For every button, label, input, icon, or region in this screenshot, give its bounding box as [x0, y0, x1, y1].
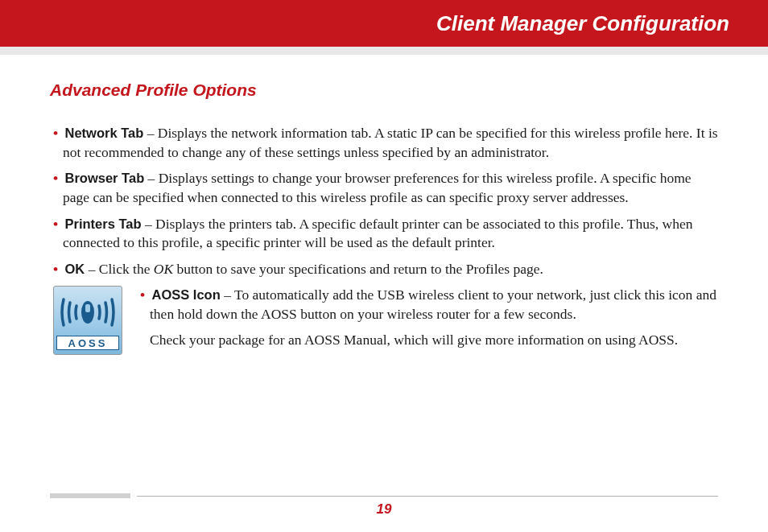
bullet-text: – Displays the network information tab. … [63, 125, 718, 160]
aoss-signal-graphic [57, 291, 118, 334]
aoss-text-block: • AOSS Icon – To automatically add the U… [137, 286, 718, 355]
bullet-label: OK [65, 262, 85, 276]
footer-thin-rule [137, 496, 718, 497]
bullet-text: – Displays the printers tab. A specific … [63, 216, 693, 251]
aoss-followup-text: Check your package for an AOSS Manual, w… [137, 331, 718, 350]
footer-rule [50, 493, 718, 498]
bullet-browser-tab: • Browser Tab – Displays settings to cha… [50, 169, 718, 207]
bullet-text: – Displays settings to change your brows… [63, 170, 692, 205]
bullet-label: Network Tab [65, 126, 144, 140]
header-bar: Client Manager Configuration [0, 0, 768, 47]
content-area: Advanced Profile Options • Network Tab –… [0, 55, 768, 355]
bullet-label: AOSS Icon [152, 287, 221, 302]
page-number: 19 [0, 501, 768, 518]
aoss-text: – To automatically add the USB wireless … [150, 287, 716, 322]
bullet-printers-tab: • Printers Tab – Displays the printers t… [50, 215, 718, 253]
aoss-icon: AOSS [53, 286, 122, 355]
page-header-title: Client Manager Configuration [436, 11, 729, 36]
ok-suffix: button to save your specifications and r… [173, 261, 543, 277]
bullet-dot-icon: • [53, 261, 58, 277]
aoss-icon-label: AOSS [56, 336, 119, 350]
bullet-dot-icon: • [53, 125, 58, 141]
aoss-row: AOSS • AOSS Icon – To automatically add … [50, 286, 718, 355]
bullet-aoss-icon: • AOSS Icon – To automatically add the U… [137, 286, 718, 324]
bullet-label: Printers Tab [65, 217, 142, 231]
bullet-dot-icon: • [140, 287, 145, 303]
bullet-dot-icon: • [53, 170, 58, 186]
footer-gray-segment [50, 493, 130, 498]
header-divider [0, 47, 768, 55]
ok-italic: OK [154, 261, 173, 277]
bullet-network-tab: • Network Tab – Displays the network inf… [50, 124, 718, 162]
bullet-dot-icon: • [53, 216, 58, 232]
bullet-label: Browser Tab [65, 171, 145, 185]
wifi-signal-icon [59, 291, 117, 333]
section-subtitle: Advanced Profile Options [50, 80, 718, 100]
svg-rect-1 [85, 304, 90, 312]
bullet-ok: • OK – Click the OK button to save your … [50, 260, 718, 279]
ok-prefix: – Click the [85, 261, 154, 277]
